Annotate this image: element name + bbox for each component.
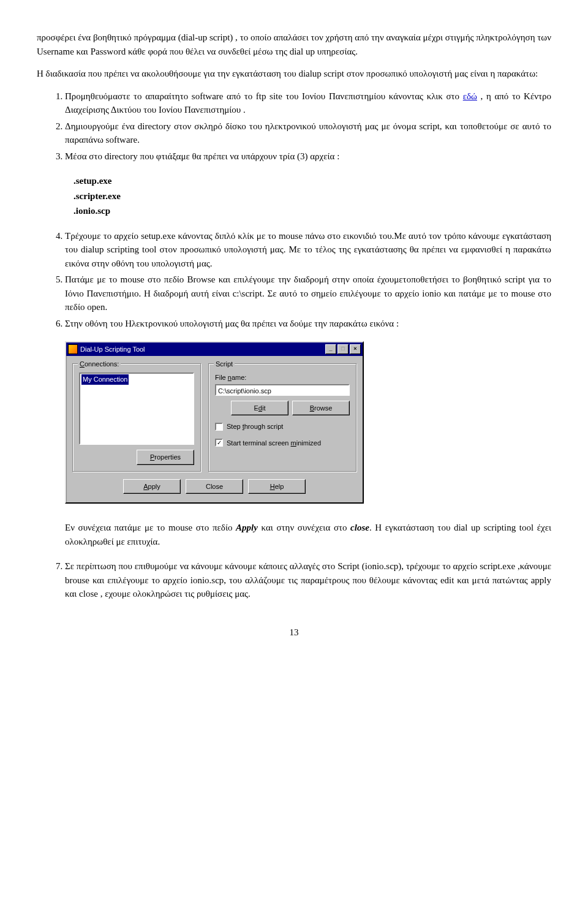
page-number: 13 xyxy=(37,626,551,640)
connections-group: Connections: My Connection Properties xyxy=(72,363,201,472)
filename-label: File name: xyxy=(215,372,350,383)
window-titlebar[interactable]: Dial-Up Scripting Tool _ □ × xyxy=(66,342,363,356)
app-icon xyxy=(68,344,78,354)
properties-button[interactable]: Properties xyxy=(137,450,194,465)
connections-listbox[interactable]: My Connection xyxy=(79,372,194,445)
list-item-6: Στην οθόνη του Ηλεκτρονικού υπολογιστή μ… xyxy=(65,317,551,331)
list-item-4: Τρέχουμε το αρχείο setup.exe κάνοντας δι… xyxy=(65,229,551,271)
list-item-3: Μέσα στο directory που φτιάξαμε θα πρέπε… xyxy=(65,149,551,164)
list-item-5: Πατάμε με το mouse στο πεδίο Browse και … xyxy=(65,273,551,314)
list-item-2: Δημιουργούμε ένα directory στον σκληρό δ… xyxy=(65,119,551,147)
start-minimized-checkbox[interactable]: ✓ xyxy=(215,439,223,447)
window-title: Dial-Up Scripting Tool xyxy=(80,344,145,355)
instruction-list-2: Τρέχουμε το αρχείο setup.exe κάνοντας δι… xyxy=(37,229,551,331)
file-2: .scripter.exe xyxy=(74,189,551,203)
help-button[interactable]: Help xyxy=(248,479,306,494)
instruction-list-3: Σε περίπτωση που επιθυμούμε να κάνουμε κ… xyxy=(37,559,551,601)
connection-item[interactable]: My Connection xyxy=(81,374,129,385)
paragraph-intro-1: προσφέρει ένα βοηθητικό πρόγραμμα (dial-… xyxy=(37,31,551,58)
list-item-7: Σε περίπτωση που επιθυμούμε να κάνουμε κ… xyxy=(65,559,551,601)
script-legend: Script xyxy=(214,359,235,369)
edit-button[interactable]: Edit xyxy=(231,401,288,416)
connections-legend: Connections: xyxy=(78,359,121,369)
file-3: .ionio.scp xyxy=(74,204,551,218)
step-through-checkbox[interactable] xyxy=(215,423,223,431)
close-window-button[interactable]: × xyxy=(350,344,361,354)
maximize-button: □ xyxy=(337,344,349,354)
instruction-list-1: Προμηθευόμαστε το απαραίτητο software απ… xyxy=(37,89,551,164)
browse-button[interactable]: Browse xyxy=(292,401,350,416)
step-through-label: Step through script xyxy=(227,422,283,432)
paragraph-intro-2: Η διαδικασία που πρέπει να ακολουθήσουμε… xyxy=(37,67,551,81)
file-1: .setup.exe xyxy=(74,174,551,188)
file-list: .setup.exe .scripter.exe .ionio.scp xyxy=(74,174,551,218)
close-button[interactable]: Close xyxy=(186,479,243,494)
link-here[interactable]: εδώ xyxy=(463,91,477,101)
script-group: Script File name: C:\script\ionio.scp Ed… xyxy=(208,363,356,472)
list-item-1: Προμηθευόμαστε το απαραίτητο software απ… xyxy=(65,89,551,117)
minimize-button[interactable]: _ xyxy=(325,344,336,354)
filename-input[interactable]: C:\script\ionio.scp xyxy=(215,384,350,396)
paragraph-after-image: Εν συνέχεια πατάμε με το mouse στο πεδίο… xyxy=(65,521,551,548)
start-minimized-label: Start terminal screen minimized xyxy=(227,438,321,448)
apply-button[interactable]: Apply xyxy=(123,479,181,494)
dialup-scripting-tool-window: Dial-Up Scripting Tool _ □ × Connections… xyxy=(65,341,364,504)
